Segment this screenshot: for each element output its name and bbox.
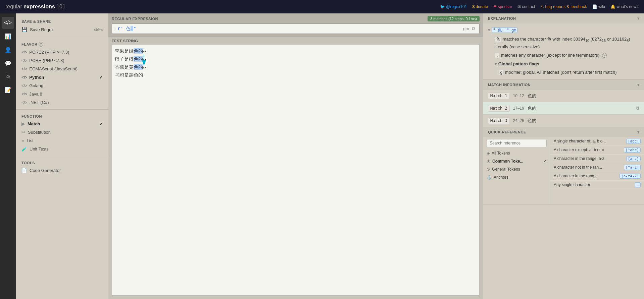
func-list[interactable]: ≡ List bbox=[16, 136, 108, 145]
flavor-pcre2-label: PCRE2 (PHP >=7.3) bbox=[29, 50, 69, 55]
save-shortcut: ctrl+s bbox=[94, 27, 103, 32]
sidebar-icon-chat[interactable]: 💬 bbox=[2, 57, 14, 69]
exp-global-flags: ▾ Global pattern flags bbox=[495, 61, 639, 68]
sidebar-icon-chart[interactable]: 📊 bbox=[2, 30, 14, 42]
match-row-2: Match 2 17–19 色的 ⧉ bbox=[483, 102, 644, 115]
match-3-badge: Match 3 bbox=[488, 117, 510, 124]
flavor-pcre2[interactable]: </> PCRE2 (PHP >=7.3) bbox=[16, 48, 108, 56]
quick-ref-content: ◈ All Tokens ★ Common Toke... ✓ ⊙ Genera… bbox=[483, 137, 644, 204]
flavor-java8[interactable]: </> Java 8 bbox=[16, 90, 108, 98]
divider-1 bbox=[16, 37, 108, 37]
tool-code-gen[interactable]: 📄 Code Generator bbox=[16, 166, 108, 175]
save-share-section-title: SAVE & SHARE bbox=[16, 17, 108, 25]
function-section-title: FUNCTION bbox=[16, 112, 108, 120]
regex-input-row[interactable]: : r" 色." gm ⧉ bbox=[112, 23, 480, 34]
flavor-info-icon[interactable]: ? bbox=[39, 42, 43, 47]
func-match-check: ✓ bbox=[99, 121, 103, 126]
qr-reference-items: A single character of: a, b o... [abc] A… bbox=[550, 137, 644, 204]
tools-section-title: TOOLS bbox=[16, 159, 108, 166]
wiki-link[interactable]: 📄 wiki bbox=[592, 4, 605, 9]
save-regex-button[interactable]: 💾 Save Regex ctrl+s bbox=[16, 25, 108, 34]
test-string-area[interactable]: 苹果是绿色的↵ 橙子是橙色的↵ 香蕉是黄色的↵ 乌鸦是黑色的 bbox=[112, 44, 480, 296]
notes-icon: 📝 bbox=[5, 87, 11, 93]
flavor-dotnet-label: .NET (C#) bbox=[29, 100, 49, 105]
qr-ref-not-range-az[interactable]: A character not in the ran... [^a-z] bbox=[550, 163, 644, 172]
match-info-section-header[interactable]: MATCH INFORMATION ▾ bbox=[483, 80, 644, 90]
qr-ref-range-az[interactable]: A character in the range: a-z [a-z] bbox=[550, 155, 644, 163]
explanation-section: EXPLANATION ▾ ▾ " 色. " gm 色 matches the … bbox=[483, 13, 644, 80]
regex-copy-button[interactable]: ⧉ bbox=[470, 25, 477, 32]
func-list-icon: ≡ bbox=[21, 138, 24, 143]
flavor-dotnet[interactable]: </> .NET (C#) bbox=[16, 98, 108, 107]
exp-g-modifier: g modifier: global. All matches (don't r… bbox=[499, 69, 639, 76]
match-3-highlight: 色的 bbox=[134, 64, 143, 70]
right-panel: EXPLANATION ▾ ▾ " 色. " gm 色 matches the … bbox=[483, 13, 644, 299]
match-info-content: Match 1 10–12 色的 Match 2 17–19 色的 ⧉ Matc… bbox=[483, 90, 644, 127]
flavor-ecma[interactable]: </> ECMAScript (JavaScript) bbox=[16, 65, 108, 73]
match-2-value: 色的 bbox=[528, 105, 536, 111]
flavor-code-icon-2: </> bbox=[21, 58, 27, 63]
sidebar-icon-code[interactable]: </> bbox=[2, 17, 14, 29]
qr-abc-label: A single character of: a, b o... bbox=[554, 139, 626, 143]
flavor-ecma-label: ECMAScript (JavaScript) bbox=[29, 66, 78, 71]
twitter-link[interactable]: 🐦 @regex101 bbox=[440, 4, 467, 9]
exp-collapse-icon[interactable]: ▾ bbox=[488, 27, 490, 33]
chart-icon: 📊 bbox=[5, 33, 11, 40]
contact-link[interactable]: ✉ contact bbox=[517, 4, 535, 9]
qr-abc-code: [abc] bbox=[626, 139, 641, 144]
flavor-pcre[interactable]: </> PCRE (PHP <7.3) bbox=[16, 56, 108, 65]
qr-common-tokens[interactable]: ★ Common Toke... ✓ bbox=[483, 157, 550, 165]
flavor-code-icon-3: </> bbox=[21, 67, 27, 71]
qr-ref-range-azAZ[interactable]: A character in the rang... [a-zA-Z] bbox=[550, 172, 644, 181]
sponsor-link[interactable]: ❤ sponsor bbox=[493, 4, 512, 9]
qr-ref-not-abc[interactable]: A character except: a, b or c [^abc] bbox=[550, 146, 644, 155]
qr-ref-any[interactable]: Any single character . bbox=[550, 181, 644, 189]
search-reference-input[interactable] bbox=[487, 139, 547, 147]
exp-global-title: Global pattern flags bbox=[498, 61, 539, 66]
center-panel: REGULAR EXPRESSION 3 matches (12 steps, … bbox=[108, 13, 483, 299]
match-1-value: 色的 bbox=[528, 93, 536, 99]
explanation-tree: ▾ " 色. " gm 色 matches the character 色 wi… bbox=[488, 27, 639, 76]
qr-general-tokens[interactable]: ⊙ General Tokens bbox=[483, 165, 550, 173]
exp-collapse-global[interactable]: ▾ bbox=[495, 61, 497, 66]
flavor-java8-label: Java 8 bbox=[29, 92, 42, 97]
qr-ref-abc[interactable]: A single character of: a, b o... [abc] bbox=[550, 137, 644, 146]
whatsnew-link[interactable]: 🔔 what's new? bbox=[610, 4, 639, 9]
test-string-section: TEST STRING 苹果是绿色的↵ 橙子是橙色的↵ 香蕉是黄色的↵ 乌鸦是黑… bbox=[108, 37, 483, 299]
settings-icon: ⚙ bbox=[6, 73, 10, 80]
bug-reports-link[interactable]: ⚠ bug reports & feedback bbox=[540, 4, 587, 9]
regex-match-badge: 3 matches (12 steps, 0.1ms) bbox=[428, 16, 480, 21]
divider-2 bbox=[16, 109, 108, 110]
exp-dot-info[interactable]: ? bbox=[602, 53, 607, 58]
exp-g-desc: modifier: global. All matches (don't ret… bbox=[505, 70, 617, 75]
quick-ref-chevron: ▾ bbox=[637, 130, 640, 134]
exp-g-code: g bbox=[499, 70, 504, 75]
quick-ref-section-header[interactable]: QUICK REFERENCE ▾ bbox=[483, 127, 644, 137]
sidebar-icon-notes[interactable]: 📝 bbox=[2, 84, 14, 96]
donate-link[interactable]: $ donate bbox=[472, 4, 488, 9]
sidebar-icon-settings[interactable]: ⚙ bbox=[2, 70, 14, 82]
match-copy-icon[interactable]: ⧉ bbox=[636, 105, 639, 111]
test-line-1: 苹果是绿色的↵ bbox=[115, 47, 477, 55]
regex-content[interactable]: r" 色." bbox=[117, 26, 462, 32]
func-substitution[interactable]: ✂ Substitution bbox=[16, 128, 108, 136]
qr-anchors[interactable]: ⚓ Anchors bbox=[483, 173, 550, 181]
flavor-python[interactable]: </> Python ✓ bbox=[16, 73, 108, 81]
regex-delimiter-open: : bbox=[115, 26, 116, 31]
qr-search-header bbox=[483, 137, 550, 149]
logo-num: 101 bbox=[56, 4, 65, 9]
qr-range-azAZ-code: [a-zA-Z] bbox=[620, 174, 641, 179]
logo: regular expressions 101 bbox=[5, 4, 65, 10]
anchors-icon: ⚓ bbox=[487, 175, 492, 180]
func-unit-tests[interactable]: 🧪 Unit Tests bbox=[16, 145, 108, 153]
func-match[interactable]: ▶ Match ✓ bbox=[16, 120, 108, 128]
explanation-section-label: EXPLANATION bbox=[488, 16, 516, 20]
qr-all-tokens[interactable]: ◈ All Tokens bbox=[483, 149, 550, 157]
sidebar-icon-user[interactable]: 👤 bbox=[2, 44, 14, 56]
flavor-golang[interactable]: </> Golang bbox=[16, 81, 108, 90]
func-list-label: List bbox=[27, 138, 34, 143]
exp-color-match: 色 matches the character 色 with index 333… bbox=[495, 36, 639, 51]
test-line-4: 乌鸦是黑色的 bbox=[115, 71, 477, 79]
func-unit-tests-label: Unit Tests bbox=[30, 146, 49, 152]
explanation-section-header[interactable]: EXPLANATION ▾ bbox=[483, 13, 644, 23]
